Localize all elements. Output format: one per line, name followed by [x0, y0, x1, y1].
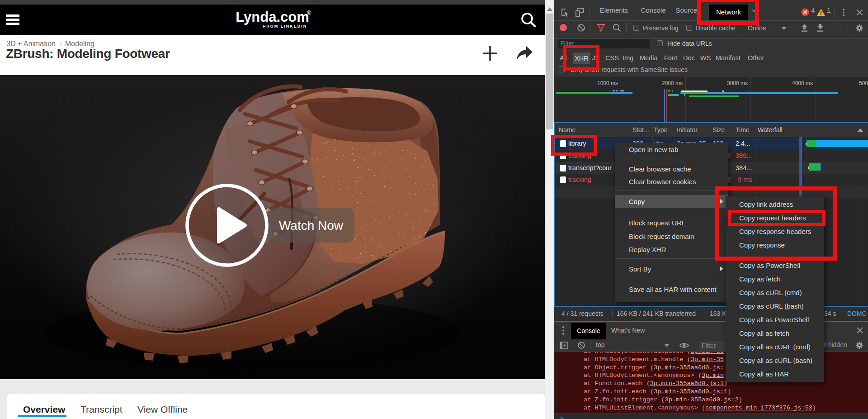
svg-text:Watch Now: Watch Now — [279, 219, 344, 233]
